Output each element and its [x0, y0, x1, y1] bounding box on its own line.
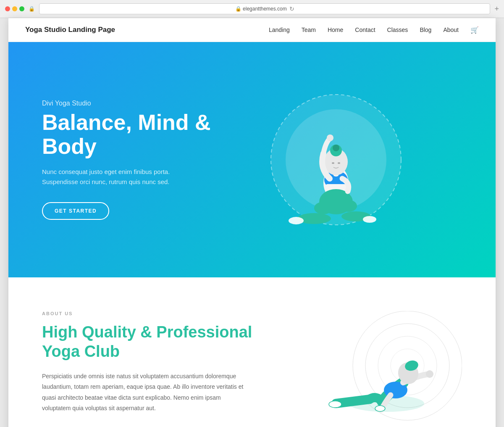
site-header: Yoga Studio Landing Page Landing Team Ho… [8, 18, 496, 42]
hero-cta-button[interactable]: GET STARTED [42, 202, 109, 220]
hero-description: Nunc consequat justo eget enim finibus p… [42, 167, 202, 187]
about-section: ABOUT US High Quality & Professional Yog… [8, 277, 496, 427]
about-title-line2: Yoga Club [42, 343, 120, 360]
about-title-line1: High Quality & Professional [42, 323, 252, 341]
about-illustration [302, 311, 462, 427]
hero-title: Balance, Mind & Body [42, 111, 244, 158]
svg-point-6 [314, 202, 333, 214]
hero-illustration [244, 76, 420, 244]
minimize-dot[interactable] [12, 6, 17, 11]
nav-item-classes[interactable]: Classes [387, 26, 408, 33]
site-logo: Yoga Studio Landing Page [25, 26, 115, 34]
hero-yoga-svg [252, 76, 412, 244]
nav-item-about[interactable]: About [443, 26, 459, 33]
new-tab-icon[interactable]: + [494, 5, 499, 13]
svg-point-16 [332, 162, 334, 164]
nav-item-landing[interactable]: Landing [269, 26, 290, 33]
address-bar[interactable]: 🔒 elegantthemes.com ↻ [39, 3, 490, 14]
about-label: ABOUT US [42, 311, 277, 316]
nav-item-team[interactable]: Team [302, 26, 316, 33]
svg-point-10 [289, 217, 304, 224]
svg-point-30 [426, 370, 433, 378]
svg-point-15 [333, 145, 339, 151]
about-title: High Quality & Professional Yoga Club [42, 323, 277, 361]
site-nav: Landing Team Home Contact Classes Blog A… [269, 26, 479, 34]
about-yoga-svg [302, 311, 462, 427]
refresh-icon[interactable]: ↻ [289, 5, 294, 12]
svg-point-11 [363, 216, 376, 223]
maximize-dot[interactable] [19, 6, 24, 11]
hero-desc-line1: Nunc consequat justo eget enim finibus p… [42, 168, 170, 175]
svg-point-28 [329, 401, 341, 408]
nav-item-blog[interactable]: Blog [420, 26, 431, 33]
svg-point-7 [340, 200, 357, 212]
nav-item-contact[interactable]: Contact [355, 26, 375, 33]
about-content: ABOUT US High Quality & Professional Yog… [42, 311, 277, 414]
cart-icon[interactable]: 🛒 [470, 26, 479, 34]
hero-desc-line2: Suspendisse orci nunc, rutrum quis nunc … [42, 178, 170, 185]
hero-section: Divi Yoga Studio Balance, Mind & Body Nu… [8, 42, 496, 277]
hero-subtitle: Divi Yoga Studio [42, 100, 244, 107]
about-text: Perspiciatis unde omnis iste natus sit v… [42, 371, 244, 414]
svg-point-18 [327, 134, 333, 141]
close-dot[interactable] [5, 6, 10, 11]
browser-dots [5, 6, 24, 11]
hero-content: Divi Yoga Studio Balance, Mind & Body Nu… [42, 100, 244, 220]
page-wrapper: Yoga Studio Landing Page Landing Team Ho… [8, 18, 496, 427]
svg-point-29 [375, 406, 385, 411]
hero-title-line2: Body [42, 134, 244, 158]
lock-icon: 🔒 [29, 6, 35, 12]
browser-chrome: 🔒 🔒 elegantthemes.com ↻ + [0, 0, 504, 18]
nav-item-home[interactable]: Home [328, 26, 343, 33]
hero-title-line1: Balance, Mind & [42, 111, 244, 134]
url-text: 🔒 elegantthemes.com [235, 6, 287, 12]
svg-point-17 [338, 162, 340, 164]
